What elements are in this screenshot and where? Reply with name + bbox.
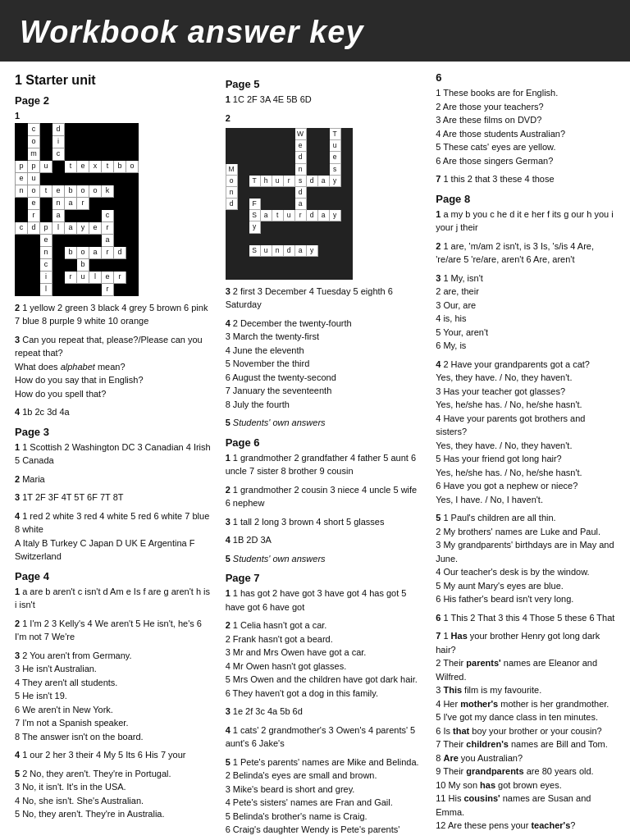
page7-q2: 2 1 Celia hasn't got a car. 2 Frank hasn… xyxy=(226,619,423,700)
page3-q3: 3 1T 2F 3F 4T 5T 6F 7T 8T xyxy=(15,491,212,504)
page3-q4: 4 1 red 2 white 3 red 4 white 5 red 6 wh… xyxy=(15,509,212,564)
page-7-title: Page 7 xyxy=(226,572,423,584)
page-4-title: Page 4 xyxy=(15,570,212,582)
column-middle: Page 5 1 1C 2F 3A 4E 5B 6D 2 WT eu xyxy=(219,71,430,840)
page7-q3: 3 1e 2f 3c 4a 5b 6d xyxy=(226,705,423,719)
page7-q5: 5 1 Pete's parents' names are Mike and B… xyxy=(226,756,423,840)
page-title: Workbook answer key xyxy=(20,15,610,50)
page4-q2: 2 1 I'm 2 3 Kelly's 4 We aren't 5 He isn… xyxy=(15,617,212,644)
page-header: Workbook answer key xyxy=(0,0,630,62)
page8-q3: 3 1 My, isn't 2 are, their 3 Our, are 4 … xyxy=(436,272,615,353)
page8-q5: 5 1 Paul's children are all thin. 2 My b… xyxy=(436,511,615,606)
page5-q4: 4 2 December the twenty-fourth 3 March t… xyxy=(226,317,423,412)
page6-q3: 3 1 tall 2 long 3 brown 4 short 5 glasse… xyxy=(226,515,423,529)
page8-q6: 6 1 This 2 That 3 this 4 Those 5 these 6… xyxy=(436,611,615,625)
column-left: 1 Starter unit Page 2 1 cd oi mc xyxy=(8,71,219,840)
page6-q4: 4 1B 2D 3A xyxy=(226,533,423,547)
page4-q1: 1 a are b aren't c isn't d Am e Is f are… xyxy=(15,585,212,612)
page-2-title: Page 2 xyxy=(15,94,212,107)
page2-q1: 1 cd oi mc xyxy=(15,109,212,296)
page-3-title: Page 3 xyxy=(15,426,212,438)
page8-q7: 7 1 Has your brother Henry got long dark… xyxy=(436,629,615,833)
page-8-title: Page 8 xyxy=(436,193,615,205)
page4-q3: 3 2 You aren't from Germany. 3 He isn't … xyxy=(15,649,212,744)
page5-cont-q6: 1 These books are for English. 2 Are tho… xyxy=(436,86,615,167)
page6-q2: 2 1 grandmother 2 cousin 3 niece 4 uncle… xyxy=(226,483,423,510)
page7-q1: 1 1 has got 2 have got 3 have got 4 has … xyxy=(226,587,423,614)
page8-q1: 1 a my b you c he d it e her f its g our… xyxy=(436,208,615,235)
crossword-grid: cd oi mc pputextbo xyxy=(15,123,139,296)
page6-q5: 5 Students' own answers xyxy=(226,552,423,566)
page2-q2: 2 1 yellow 2 green 3 black 4 grey 5 brow… xyxy=(15,301,212,328)
days-crossword: WT eu de Mns oThursd xyxy=(226,128,353,280)
page5-q3: 3 2 first 3 December 4 Tuesday 5 eighth … xyxy=(226,285,423,312)
page5-cont-title: 6 xyxy=(436,71,615,84)
page-5-title: Page 5 xyxy=(226,78,423,90)
page5-q2: 2 WT eu de xyxy=(226,112,423,280)
page8-q4: 4 2 Have your grandparents got a cat? Ye… xyxy=(436,358,615,507)
section-1-title: 1 Starter unit xyxy=(15,73,212,88)
page7-q4: 4 1 cats' 2 grandmother's 3 Owen's 4 par… xyxy=(226,724,423,751)
page2-q4: 4 1b 2c 3d 4a xyxy=(15,405,212,419)
column-right: 6 1 These books are for English. 2 Are t… xyxy=(429,71,622,840)
page5-q5: 5 Students' own answers xyxy=(226,416,423,430)
main-content: 1 Starter unit Page 2 1 cd oi mc xyxy=(0,71,630,840)
page4-q5: 5 2 No, they aren't. They're in Portugal… xyxy=(15,767,212,821)
page4-q4: 4 1 our 2 her 3 their 4 My 5 Its 6 His 7… xyxy=(15,748,212,762)
page3-q1: 1 1 Scottish 2 Washington DC 3 Canadian … xyxy=(15,441,212,468)
page5-cont-q7: 7 1 this 2 that 3 these 4 those xyxy=(436,172,615,186)
page6-q1: 1 1 grandmother 2 grandfather 4 father 5… xyxy=(226,451,423,478)
page2-q3: 3 Can you repeat that, please?/Please ca… xyxy=(15,333,212,401)
page3-q2: 2 Maria xyxy=(15,472,212,486)
page-6-title: Page 6 xyxy=(226,436,423,449)
page8-q2: 2 1 are, 'm/am 2 isn't, is 3 Is, 's/is 4… xyxy=(436,240,615,267)
page5-q1: 1 1C 2F 3A 4E 5B 6D xyxy=(226,93,423,107)
